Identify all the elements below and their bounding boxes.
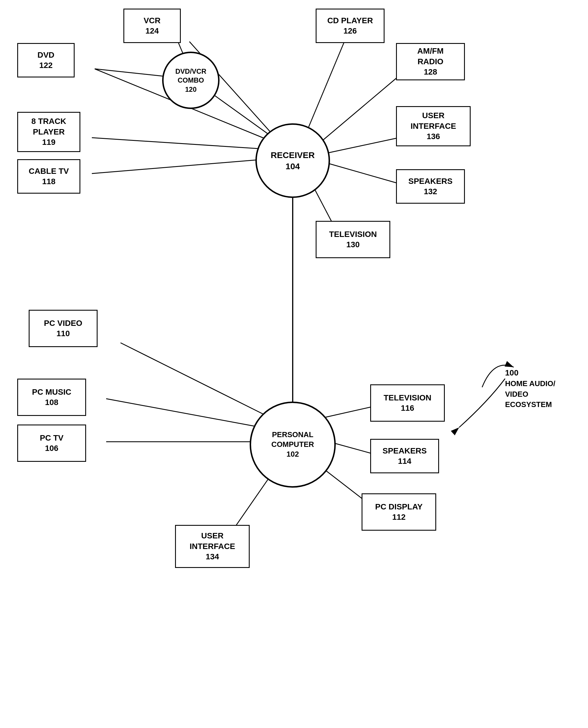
svg-line-2	[304, 42, 344, 138]
connection-lines	[0, 0, 588, 728]
annotation-number: 100	[505, 367, 555, 378]
user-interface-136-node: USER INTERFACE 136	[396, 106, 470, 146]
user-interface-134-node: USER INTERFACE 134	[175, 525, 250, 568]
speakers-114-node: SPEAKERS 114	[370, 439, 439, 473]
svg-line-9	[92, 159, 266, 174]
svg-line-4	[318, 138, 399, 155]
personal-computer-node: PERSONAL COMPUTER 102	[250, 402, 336, 488]
8track-player-label: 8 TRACK PLAYER 119	[31, 116, 66, 147]
user-interface-134-label: USER INTERFACE 134	[190, 531, 235, 562]
annotation-arrow	[0, 0, 588, 728]
dvd-vcr-combo-node: DVD/VCR COMBO 120	[162, 51, 219, 109]
annotation-text: HOME AUDIO/VIDEOECOSYSTEM	[505, 378, 555, 410]
pc-display-node: PC DISPLAY 112	[362, 493, 436, 531]
am-fm-radio-node: AM/FM RADIO 128	[396, 43, 465, 80]
cd-player-label: CD PLAYER 126	[327, 16, 373, 37]
svg-line-13	[121, 343, 270, 417]
svg-line-14	[106, 399, 261, 427]
dvd-vcr-combo-label: DVD/VCR COMBO 120	[175, 67, 206, 94]
svg-line-16	[318, 406, 376, 419]
television-116-label: TELEVISION 116	[384, 393, 431, 414]
cable-tv-node: CABLE TV 118	[17, 159, 80, 194]
dvd-122-label: DVD 122	[37, 50, 54, 71]
8track-player-node: 8 TRACK PLAYER 119	[17, 112, 80, 152]
diagram: RECEIVER 104 DVD/VCR COMBO 120 VCR 124 C…	[0, 0, 588, 728]
am-fm-radio-label: AM/FM RADIO 128	[417, 46, 444, 77]
receiver-label: RECEIVER 104	[271, 149, 315, 172]
user-interface-136-label: USER INTERFACE 136	[411, 110, 456, 142]
receiver-node: RECEIVER 104	[255, 123, 330, 198]
speakers-132-label: SPEAKERS 132	[408, 176, 453, 197]
svg-line-8	[92, 138, 267, 149]
cd-player-node: CD PLAYER 126	[316, 8, 384, 43]
vcr-node: VCR 124	[123, 8, 181, 43]
television-130-node: TELEVISION 130	[316, 221, 390, 258]
cable-tv-label: CABLE TV 118	[29, 166, 69, 187]
speakers-132-node: SPEAKERS 132	[396, 169, 465, 204]
pc-tv-label: PC TV 106	[40, 433, 63, 454]
pc-music-label: PC MUSIC 108	[32, 387, 71, 408]
pc-tv-node: PC TV 106	[17, 425, 86, 462]
personal-computer-label: PERSONAL COMPUTER 102	[271, 430, 314, 459]
pc-video-label: PC VIDEO 110	[44, 318, 82, 339]
pc-video-node: PC VIDEO 110	[29, 310, 98, 347]
television-116-node: TELEVISION 116	[370, 384, 445, 422]
pc-music-node: PC MUSIC 108	[17, 379, 86, 416]
svg-line-3	[316, 76, 399, 146]
ecosystem-annotation: 100 HOME AUDIO/VIDEOECOSYSTEM	[505, 367, 555, 410]
vcr-label: VCR 124	[144, 16, 161, 37]
svg-line-5	[318, 160, 399, 184]
dvd-122-node: DVD 122	[17, 43, 75, 78]
speakers-114-label: SPEAKERS 114	[382, 446, 427, 467]
pc-display-label: PC DISPLAY 112	[375, 502, 422, 522]
television-130-label: TELEVISION 130	[329, 229, 377, 250]
